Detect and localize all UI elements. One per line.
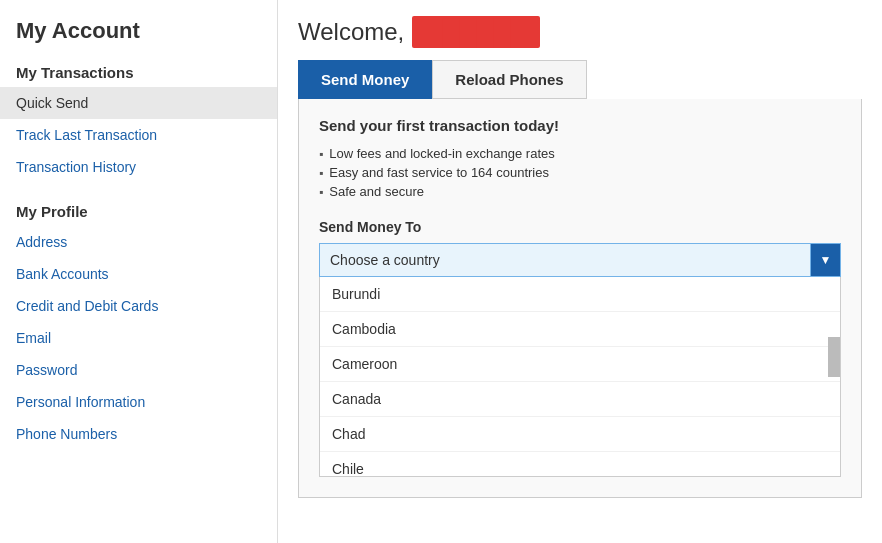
sidebar-item-bank-accounts[interactable]: Bank Accounts <box>0 258 277 290</box>
main-content: Welcome, ████ Send Money Reload Phones S… <box>278 0 882 543</box>
dropdown-item-chile[interactable]: Chile <box>320 452 840 477</box>
sidebar-item-address[interactable]: Address <box>0 226 277 258</box>
promo-item-1: Low fees and locked-in exchange rates <box>319 144 841 163</box>
sidebar-item-track-last-transaction[interactable]: Track Last Transaction <box>0 119 277 151</box>
send-money-tab[interactable]: Send Money <box>298 60 432 99</box>
sidebar-item-email[interactable]: Email <box>0 322 277 354</box>
sidebar-title: My Account <box>0 0 277 54</box>
sidebar-section-my-profile: My Profile <box>0 193 277 226</box>
sidebar-section-my-transactions: My Transactions <box>0 54 277 87</box>
promo-item-2: Easy and fast service to 164 countries <box>319 163 841 182</box>
sidebar-item-transaction-history[interactable]: Transaction History <box>0 151 277 183</box>
tab-content: Send your first transaction today! Low f… <box>298 99 862 498</box>
dropdown-item-canada[interactable]: Canada <box>320 382 840 417</box>
welcome-name: ████ <box>412 16 540 48</box>
promo-title: Send your first transaction today! <box>319 117 841 134</box>
welcome-text: Welcome, <box>298 18 404 46</box>
dropdown-list-container: Burundi Cambodia Cameroon Canada Chad Ch… <box>319 277 841 477</box>
chevron-down-icon: ▼ <box>820 253 832 267</box>
promo-item-3: Safe and secure <box>319 182 841 201</box>
sidebar-item-phone-numbers[interactable]: Phone Numbers <box>0 418 277 450</box>
dropdown-arrow-button[interactable]: ▼ <box>810 244 840 276</box>
dropdown-item-burundi[interactable]: Burundi <box>320 277 840 312</box>
sidebar-item-password[interactable]: Password <box>0 354 277 386</box>
reload-phones-tab[interactable]: Reload Phones <box>432 60 586 99</box>
welcome-header: Welcome, ████ <box>298 16 862 48</box>
sidebar: My Account My Transactions Quick Send Tr… <box>0 0 278 543</box>
dropdown-item-cameroon[interactable]: Cameroon <box>320 347 840 382</box>
promo-list: Low fees and locked-in exchange rates Ea… <box>319 144 841 201</box>
sidebar-item-credit-debit-cards[interactable]: Credit and Debit Cards <box>0 290 277 322</box>
send-money-to-label: Send Money To <box>319 219 841 235</box>
dropdown-item-cambodia[interactable]: Cambodia <box>320 312 840 347</box>
dropdown-item-chad[interactable]: Chad <box>320 417 840 452</box>
sidebar-item-personal-information[interactable]: Personal Information <box>0 386 277 418</box>
sidebar-item-quick-send[interactable]: Quick Send <box>0 87 277 119</box>
dropdown-placeholder: Choose a country <box>320 244 810 276</box>
tabs-container: Send Money Reload Phones <box>298 60 862 99</box>
dropdown-list: Burundi Cambodia Cameroon Canada Chad Ch… <box>319 277 841 477</box>
country-dropdown[interactable]: Choose a country ▼ <box>319 243 841 277</box>
scrollbar-thumb[interactable] <box>828 337 840 377</box>
